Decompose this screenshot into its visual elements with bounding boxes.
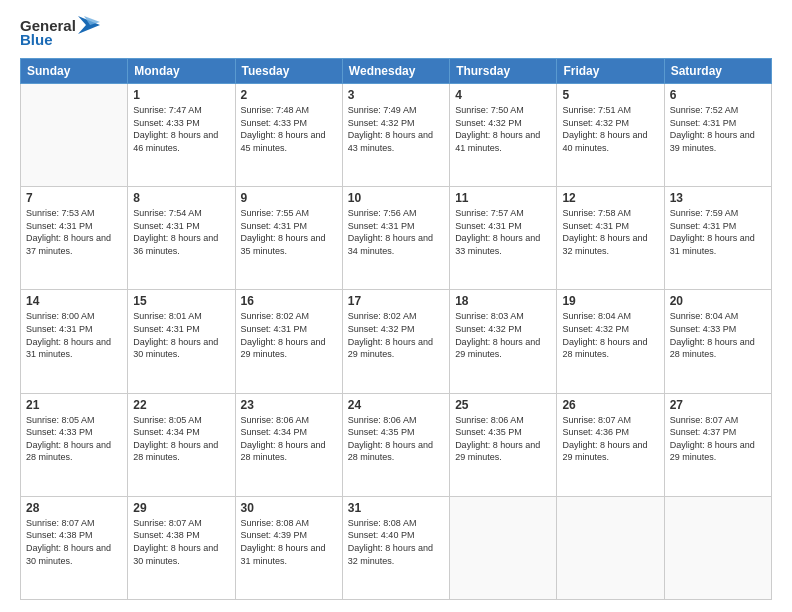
day-info: Sunrise: 7:48 AMSunset: 4:33 PMDaylight:… [241, 104, 337, 154]
day-info: Sunrise: 8:04 AMSunset: 4:33 PMDaylight:… [670, 310, 766, 360]
day-number: 7 [26, 191, 122, 205]
calendar-table: SundayMondayTuesdayWednesdayThursdayFrid… [20, 58, 772, 600]
calendar-cell: 17Sunrise: 8:02 AMSunset: 4:32 PMDayligh… [342, 290, 449, 393]
logo-blue-text: Blue [20, 31, 53, 48]
calendar-week-row: 21Sunrise: 8:05 AMSunset: 4:33 PMDayligh… [21, 393, 772, 496]
day-number: 1 [133, 88, 229, 102]
day-number: 20 [670, 294, 766, 308]
calendar-weekday-saturday: Saturday [664, 59, 771, 84]
day-number: 8 [133, 191, 229, 205]
day-number: 12 [562, 191, 658, 205]
calendar-cell: 31Sunrise: 8:08 AMSunset: 4:40 PMDayligh… [342, 496, 449, 599]
day-number: 31 [348, 501, 444, 515]
day-info: Sunrise: 7:47 AMSunset: 4:33 PMDaylight:… [133, 104, 229, 154]
day-number: 18 [455, 294, 551, 308]
day-info: Sunrise: 8:02 AMSunset: 4:32 PMDaylight:… [348, 310, 444, 360]
day-number: 13 [670, 191, 766, 205]
calendar-cell: 24Sunrise: 8:06 AMSunset: 4:35 PMDayligh… [342, 393, 449, 496]
day-info: Sunrise: 8:08 AMSunset: 4:40 PMDaylight:… [348, 517, 444, 567]
day-number: 3 [348, 88, 444, 102]
day-number: 5 [562, 88, 658, 102]
calendar-cell: 9Sunrise: 7:55 AMSunset: 4:31 PMDaylight… [235, 187, 342, 290]
day-number: 21 [26, 398, 122, 412]
calendar-cell: 18Sunrise: 8:03 AMSunset: 4:32 PMDayligh… [450, 290, 557, 393]
day-info: Sunrise: 7:57 AMSunset: 4:31 PMDaylight:… [455, 207, 551, 257]
day-info: Sunrise: 8:00 AMSunset: 4:31 PMDaylight:… [26, 310, 122, 360]
day-number: 29 [133, 501, 229, 515]
calendar-cell: 11Sunrise: 7:57 AMSunset: 4:31 PMDayligh… [450, 187, 557, 290]
day-info: Sunrise: 8:07 AMSunset: 4:38 PMDaylight:… [26, 517, 122, 567]
calendar-weekday-tuesday: Tuesday [235, 59, 342, 84]
calendar-cell: 14Sunrise: 8:00 AMSunset: 4:31 PMDayligh… [21, 290, 128, 393]
logo: General Blue [20, 16, 100, 48]
day-number: 10 [348, 191, 444, 205]
calendar-cell: 28Sunrise: 8:07 AMSunset: 4:38 PMDayligh… [21, 496, 128, 599]
day-info: Sunrise: 8:04 AMSunset: 4:32 PMDaylight:… [562, 310, 658, 360]
calendar-cell: 26Sunrise: 8:07 AMSunset: 4:36 PMDayligh… [557, 393, 664, 496]
day-info: Sunrise: 8:07 AMSunset: 4:37 PMDaylight:… [670, 414, 766, 464]
calendar-weekday-monday: Monday [128, 59, 235, 84]
calendar-header-row: SundayMondayTuesdayWednesdayThursdayFrid… [21, 59, 772, 84]
day-number: 23 [241, 398, 337, 412]
calendar-cell: 27Sunrise: 8:07 AMSunset: 4:37 PMDayligh… [664, 393, 771, 496]
day-info: Sunrise: 7:52 AMSunset: 4:31 PMDaylight:… [670, 104, 766, 154]
header: General Blue [20, 16, 772, 48]
calendar-cell: 21Sunrise: 8:05 AMSunset: 4:33 PMDayligh… [21, 393, 128, 496]
calendar-cell: 4Sunrise: 7:50 AMSunset: 4:32 PMDaylight… [450, 84, 557, 187]
day-number: 22 [133, 398, 229, 412]
calendar-week-row: 14Sunrise: 8:00 AMSunset: 4:31 PMDayligh… [21, 290, 772, 393]
calendar-cell: 29Sunrise: 8:07 AMSunset: 4:38 PMDayligh… [128, 496, 235, 599]
day-info: Sunrise: 8:05 AMSunset: 4:34 PMDaylight:… [133, 414, 229, 464]
day-number: 14 [26, 294, 122, 308]
day-info: Sunrise: 8:05 AMSunset: 4:33 PMDaylight:… [26, 414, 122, 464]
day-number: 17 [348, 294, 444, 308]
calendar-cell: 12Sunrise: 7:58 AMSunset: 4:31 PMDayligh… [557, 187, 664, 290]
calendar-cell: 19Sunrise: 8:04 AMSunset: 4:32 PMDayligh… [557, 290, 664, 393]
calendar-cell: 7Sunrise: 7:53 AMSunset: 4:31 PMDaylight… [21, 187, 128, 290]
day-number: 28 [26, 501, 122, 515]
day-info: Sunrise: 7:50 AMSunset: 4:32 PMDaylight:… [455, 104, 551, 154]
day-info: Sunrise: 7:49 AMSunset: 4:32 PMDaylight:… [348, 104, 444, 154]
calendar-weekday-sunday: Sunday [21, 59, 128, 84]
day-info: Sunrise: 8:01 AMSunset: 4:31 PMDaylight:… [133, 310, 229, 360]
calendar-cell: 15Sunrise: 8:01 AMSunset: 4:31 PMDayligh… [128, 290, 235, 393]
day-info: Sunrise: 7:51 AMSunset: 4:32 PMDaylight:… [562, 104, 658, 154]
calendar-weekday-friday: Friday [557, 59, 664, 84]
calendar-week-row: 28Sunrise: 8:07 AMSunset: 4:38 PMDayligh… [21, 496, 772, 599]
day-number: 30 [241, 501, 337, 515]
calendar-weekday-wednesday: Wednesday [342, 59, 449, 84]
calendar-cell: 20Sunrise: 8:04 AMSunset: 4:33 PMDayligh… [664, 290, 771, 393]
day-info: Sunrise: 8:06 AMSunset: 4:35 PMDaylight:… [348, 414, 444, 464]
day-number: 24 [348, 398, 444, 412]
day-number: 19 [562, 294, 658, 308]
calendar-cell: 23Sunrise: 8:06 AMSunset: 4:34 PMDayligh… [235, 393, 342, 496]
day-info: Sunrise: 7:56 AMSunset: 4:31 PMDaylight:… [348, 207, 444, 257]
day-number: 11 [455, 191, 551, 205]
calendar-cell: 1Sunrise: 7:47 AMSunset: 4:33 PMDaylight… [128, 84, 235, 187]
calendar-cell [21, 84, 128, 187]
calendar-cell: 30Sunrise: 8:08 AMSunset: 4:39 PMDayligh… [235, 496, 342, 599]
calendar-cell: 13Sunrise: 7:59 AMSunset: 4:31 PMDayligh… [664, 187, 771, 290]
day-number: 25 [455, 398, 551, 412]
calendar-cell [664, 496, 771, 599]
calendar-week-row: 7Sunrise: 7:53 AMSunset: 4:31 PMDaylight… [21, 187, 772, 290]
day-info: Sunrise: 8:07 AMSunset: 4:38 PMDaylight:… [133, 517, 229, 567]
day-info: Sunrise: 8:08 AMSunset: 4:39 PMDaylight:… [241, 517, 337, 567]
day-info: Sunrise: 7:53 AMSunset: 4:31 PMDaylight:… [26, 207, 122, 257]
day-info: Sunrise: 8:03 AMSunset: 4:32 PMDaylight:… [455, 310, 551, 360]
day-number: 4 [455, 88, 551, 102]
calendar-cell: 3Sunrise: 7:49 AMSunset: 4:32 PMDaylight… [342, 84, 449, 187]
page-container: General Blue SundayMondayTuesdayWednesda… [0, 0, 792, 612]
calendar-cell: 5Sunrise: 7:51 AMSunset: 4:32 PMDaylight… [557, 84, 664, 187]
calendar-cell: 16Sunrise: 8:02 AMSunset: 4:31 PMDayligh… [235, 290, 342, 393]
calendar-cell: 6Sunrise: 7:52 AMSunset: 4:31 PMDaylight… [664, 84, 771, 187]
day-info: Sunrise: 8:06 AMSunset: 4:34 PMDaylight:… [241, 414, 337, 464]
calendar-cell [557, 496, 664, 599]
day-number: 15 [133, 294, 229, 308]
day-info: Sunrise: 7:58 AMSunset: 4:31 PMDaylight:… [562, 207, 658, 257]
day-info: Sunrise: 8:02 AMSunset: 4:31 PMDaylight:… [241, 310, 337, 360]
day-number: 16 [241, 294, 337, 308]
calendar-cell: 8Sunrise: 7:54 AMSunset: 4:31 PMDaylight… [128, 187, 235, 290]
day-info: Sunrise: 8:07 AMSunset: 4:36 PMDaylight:… [562, 414, 658, 464]
day-number: 27 [670, 398, 766, 412]
